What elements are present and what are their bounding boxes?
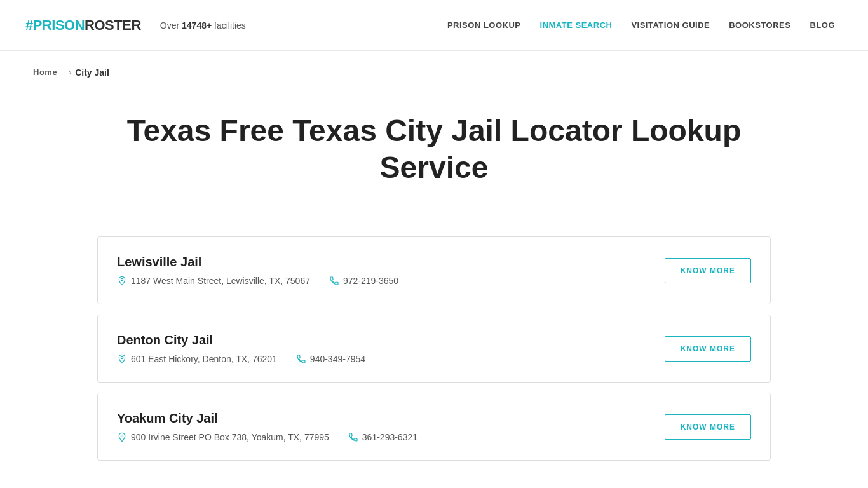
location-icon [117,432,127,442]
facility-name: Yoakum City Jail [117,411,417,426]
svg-point-0 [121,279,123,281]
facility-list: Lewisville Jail 1187 West Main Street, L… [97,236,771,461]
facility-card: Denton City Jail 601 East Hickory, Dento… [97,315,771,383]
know-more-button[interactable]: KNOW MORE [665,258,751,283]
logo-prison: PRISON [33,17,85,34]
phone-text: 940-349-7954 [310,354,365,364]
facility-details: 900 Irvine Street PO Box 738, Yoakum, TX… [117,432,417,442]
facilities-count-text: Over 14748+ facilities [160,20,246,30]
facility-details: 601 East Hickory, Denton, TX, 76201 940-… [117,354,365,364]
facility-name: Lewisville Jail [117,255,398,269]
facility-info: Lewisville Jail 1187 West Main Street, L… [117,255,398,286]
facility-address: 601 East Hickory, Denton, TX, 76201 [117,354,277,364]
phone-icon [329,276,339,286]
know-more-button[interactable]: KNOW MORE [665,414,751,440]
location-icon [117,354,127,364]
facility-card: Lewisville Jail 1187 West Main Street, L… [97,236,771,304]
phone-icon [348,432,358,442]
location-icon [117,276,127,286]
know-more-button[interactable]: KNOW MORE [665,336,751,362]
facilities-number: 14748+ [182,20,212,30]
facility-info: Denton City Jail 601 East Hickory, Dento… [117,333,365,364]
logo-hash: # [25,17,33,34]
facility-address: 1187 West Main Street, Lewisville, TX, 7… [117,276,310,286]
facility-info: Yoakum City Jail 900 Irvine Street PO Bo… [117,411,417,442]
page-title: Texas Free Texas City Jail Locator Looku… [97,106,771,205]
facility-phone: 940-349-7954 [296,354,365,364]
facility-phone: 972-219-3650 [329,276,398,286]
nav-blog[interactable]: BLOG [802,17,843,34]
phone-icon [296,354,306,364]
logo-roster: ROSTER [85,17,141,34]
main-content: Texas Free Texas City Jail Locator Looku… [72,93,796,488]
breadcrumb: Home › City Jail [0,51,868,93]
svg-point-1 [121,357,123,359]
facility-details: 1187 West Main Street, Lewisville, TX, 7… [117,276,398,286]
breadcrumb-home-link[interactable]: Home [25,64,65,81]
breadcrumb-current: City Jail [75,67,109,78]
phone-text: 972-219-3650 [343,276,398,286]
facility-name: Denton City Jail [117,333,365,348]
main-nav: PRISON LOOKUP INMATE SEARCH VISITATION G… [440,17,843,34]
facility-card: Yoakum City Jail 900 Irvine Street PO Bo… [97,393,771,461]
site-logo[interactable]: #PRISONROSTER [25,17,141,34]
nav-prison-lookup[interactable]: PRISON LOOKUP [440,17,529,34]
address-text: 601 East Hickory, Denton, TX, 76201 [131,354,277,364]
svg-point-2 [121,435,123,437]
site-header: #PRISONROSTER Over 14748+ facilities PRI… [0,0,868,51]
phone-text: 361-293-6321 [362,432,417,442]
nav-visitation-guide[interactable]: VISITATION GUIDE [623,17,717,34]
facility-address: 900 Irvine Street PO Box 738, Yoakum, TX… [117,432,329,442]
address-text: 900 Irvine Street PO Box 738, Yoakum, TX… [131,432,329,442]
breadcrumb-separator: › [69,68,71,77]
nav-inmate-search[interactable]: INMATE SEARCH [532,17,620,34]
nav-bookstores[interactable]: BOOKSTORES [721,17,798,34]
facility-phone: 361-293-6321 [348,432,417,442]
address-text: 1187 West Main Street, Lewisville, TX, 7… [131,276,310,286]
